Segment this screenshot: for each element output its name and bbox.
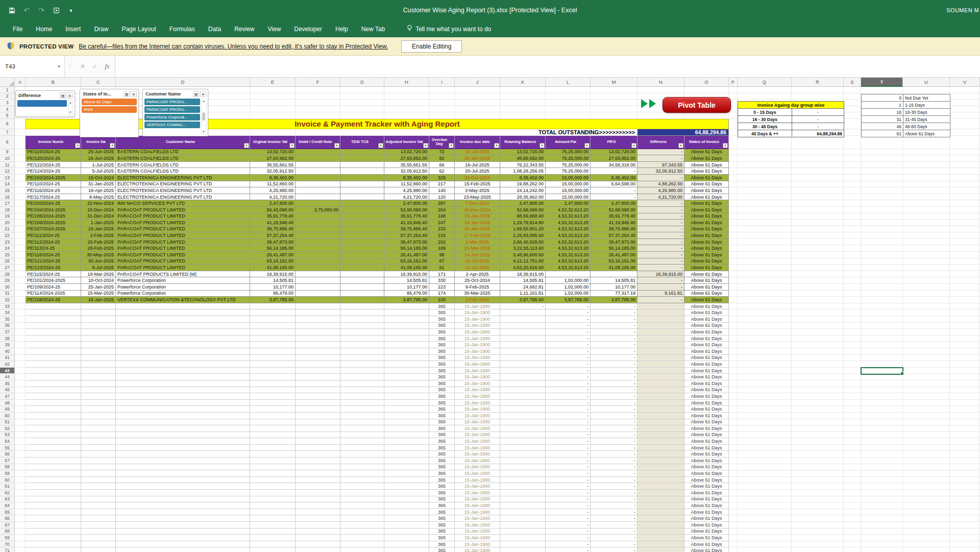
cell[interactable]: Above 61 Days [684, 335, 729, 342]
cell[interactable] [729, 387, 738, 394]
cell[interactable] [26, 361, 81, 368]
undo-icon[interactable]: ↶ [22, 6, 31, 15]
cell[interactable] [340, 226, 384, 233]
cell[interactable] [340, 438, 384, 445]
cell[interactable] [738, 515, 792, 522]
cell[interactable] [738, 368, 792, 374]
cell[interactable]: 13,02,720.00 [250, 149, 296, 156]
cell[interactable]: 8,35,402.00 [384, 175, 429, 181]
cell[interactable] [638, 387, 684, 394]
cell[interactable]: 365 [429, 303, 455, 310]
cell[interactable] [792, 220, 844, 226]
cell[interactable] [861, 387, 903, 394]
cell[interactable] [296, 515, 340, 522]
cell[interactable]: - [591, 496, 638, 503]
cell[interactable] [950, 277, 980, 284]
cell[interactable] [684, 112, 729, 119]
pivot-nav-chevrons[interactable] [641, 99, 656, 108]
cell[interactable] [340, 380, 384, 387]
cell[interactable]: Powerforce Corporation [116, 284, 250, 291]
cell[interactable]: 56,14,185.00 [384, 245, 429, 252]
filter-dropdown-icon[interactable]: ▼ [678, 143, 683, 148]
cell[interactable] [861, 464, 903, 471]
cell[interactable]: Above 61 Days [684, 284, 729, 291]
cell[interactable]: 365 [429, 515, 455, 522]
cell[interactable] [844, 200, 861, 207]
cell[interactable] [792, 522, 844, 529]
cell[interactable] [250, 303, 296, 310]
cell[interactable] [638, 445, 684, 451]
cell[interactable] [81, 374, 116, 380]
cell[interactable] [296, 226, 340, 233]
cell[interactable]: - [591, 194, 638, 201]
cell[interactable] [792, 496, 844, 503]
cell[interactable]: 365 [429, 316, 455, 323]
cell[interactable] [792, 502, 844, 509]
cell[interactable]: Above 61 Days [684, 309, 729, 316]
column-header[interactable]: G [340, 78, 384, 87]
cell[interactable] [296, 387, 340, 394]
cell[interactable] [250, 451, 296, 458]
cell[interactable] [638, 477, 684, 484]
cell[interactable]: 2,26,93,055.60 [500, 232, 546, 239]
cell[interactable] [903, 509, 950, 516]
cell[interactable] [950, 297, 980, 303]
cell[interactable]: - [591, 541, 638, 548]
cell[interactable] [729, 406, 738, 413]
cell[interactable]: 3,87,785.00 [250, 297, 296, 303]
cell[interactable]: 365 [429, 419, 455, 426]
cell[interactable]: - [638, 200, 684, 207]
cell[interactable]: 2,47,800.00 [546, 200, 591, 207]
cell[interactable] [950, 541, 980, 548]
cell[interactable] [15, 291, 26, 297]
bucket-days[interactable]: 1 [862, 102, 903, 109]
cell[interactable] [729, 490, 738, 496]
cell[interactable] [15, 502, 26, 509]
cell[interactable] [500, 541, 546, 548]
cell[interactable] [903, 149, 950, 156]
cell[interactable]: 3,87,785.00 [546, 297, 591, 303]
cell[interactable] [340, 529, 384, 535]
cell[interactable] [340, 329, 384, 335]
cell[interactable] [738, 335, 792, 342]
cell[interactable]: 15-Jan-1900 [455, 529, 500, 535]
cell[interactable]: 365 [429, 406, 455, 413]
row-header[interactable]: 67 [0, 522, 15, 529]
cell[interactable]: Above 61 Days [684, 187, 729, 194]
cell[interactable]: 15-Mar-2025 [455, 245, 500, 252]
name-box[interactable]: T43 ▾ [0, 56, 65, 77]
cell[interactable]: Above 61 Days [684, 155, 729, 162]
row-header[interactable]: 50 [0, 413, 15, 419]
cell[interactable]: VERTEXX COMMUNICATION &TECHNOLOGY PVT LT… [116, 297, 250, 303]
cell[interactable]: 1,02,000.00 [546, 291, 591, 297]
row-header[interactable]: 71 [0, 547, 15, 552]
cell[interactable] [950, 175, 980, 181]
cell[interactable] [844, 393, 861, 400]
column-header[interactable]: K [500, 78, 546, 87]
slicer-multiselect-icon[interactable]: ▦ [124, 91, 130, 97]
cell[interactable] [384, 342, 429, 348]
cell[interactable]: - [591, 393, 638, 400]
cell[interactable]: 14,505.81 [250, 277, 296, 284]
cell[interactable] [340, 425, 384, 432]
cell[interactable] [296, 502, 340, 509]
cell[interactable] [500, 432, 546, 439]
ribbon-tab-new-tab[interactable]: New Tab [355, 20, 391, 37]
cell[interactable] [792, 168, 844, 175]
cell[interactable] [792, 181, 844, 188]
cell[interactable] [950, 335, 980, 342]
cell[interactable] [250, 112, 296, 119]
cell[interactable]: ELECTROTEKNICA ENGINEERING PVT LTD [116, 187, 250, 194]
cell[interactable] [26, 477, 81, 484]
cell[interactable]: - [638, 258, 684, 265]
cell[interactable]: Above 61 Days [684, 470, 729, 477]
cell[interactable]: - [546, 432, 591, 439]
cell[interactable] [15, 175, 26, 181]
cell[interactable]: 14-Jun-2025 [455, 252, 500, 258]
cell[interactable]: 215 [429, 232, 455, 239]
cell[interactable] [792, 438, 844, 445]
cell[interactable] [296, 106, 340, 113]
cell[interactable]: 41,19,946.40 [591, 220, 638, 226]
row-header[interactable]: 4 [0, 106, 15, 113]
cell[interactable] [738, 496, 792, 503]
